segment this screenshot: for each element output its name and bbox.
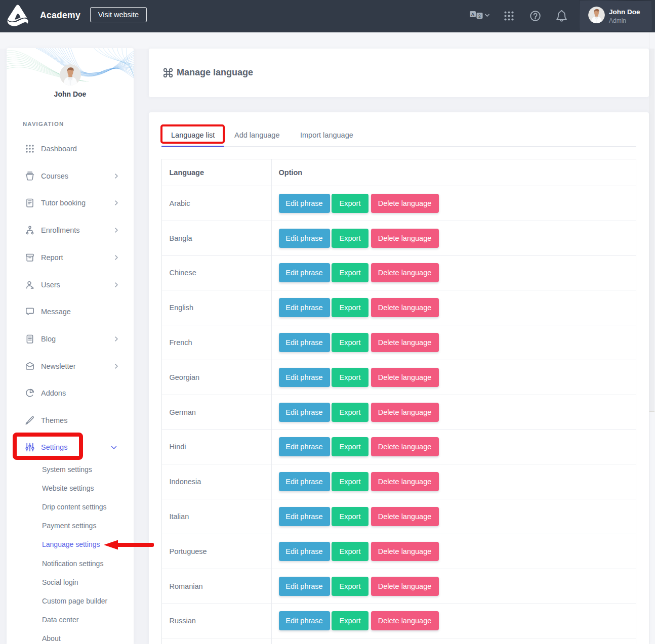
svg-text:A: A <box>471 12 475 17</box>
svg-text:文: 文 <box>477 14 482 19</box>
